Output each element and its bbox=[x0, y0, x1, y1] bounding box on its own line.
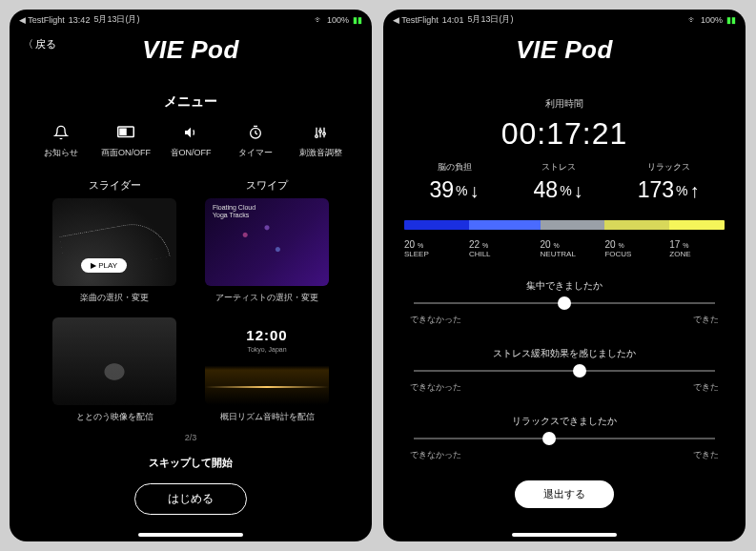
app-logo: VIE Pod bbox=[516, 35, 613, 65]
slider-high: できた bbox=[693, 449, 719, 461]
spectrum-seg-chill bbox=[469, 220, 541, 230]
status-date: 5月13日(月) bbox=[467, 13, 513, 26]
menu-label: 刺激音調整 bbox=[299, 147, 342, 159]
skip-button[interactable]: スキップして開始 bbox=[10, 456, 372, 470]
slider-thumb[interactable] bbox=[542, 432, 556, 445]
screen-menu: ◀ TestFlight 13:42 5月13日(月) ᯤ 100% ▮▮ 〈 … bbox=[10, 10, 372, 541]
battery-pct: 100% bbox=[327, 15, 349, 25]
question-3: リラックスできましたかできなかったできた bbox=[410, 415, 719, 461]
card-caption: 楽曲の選択・変更 bbox=[80, 292, 149, 304]
question-text: リラックスできましたか bbox=[410, 415, 719, 428]
card-clock[interactable]: 12:00 Tokyo, Japan bbox=[205, 317, 329, 405]
spectrum-seg-zone bbox=[669, 220, 725, 230]
sliders-icon bbox=[311, 124, 330, 141]
spectrum-bar bbox=[404, 220, 725, 230]
header: VIE Pod bbox=[383, 28, 746, 76]
screen-results: ◀ TestFlight 14:01 5月13日(月) ᯤ 100% ▮▮ VI… bbox=[383, 10, 746, 541]
pager: 2/3 bbox=[10, 433, 372, 442]
spectrum-labels: 20 %SLEEP22 %CHILL20 %NEUTRAL20 %FOCUS17… bbox=[404, 239, 725, 258]
arrow-down-icon bbox=[470, 177, 480, 203]
metric-stress: ストレス 48% bbox=[534, 161, 583, 203]
clock-time: 12:00 bbox=[205, 327, 329, 343]
home-indicator[interactable] bbox=[512, 533, 617, 537]
slider-low: できなかった bbox=[410, 314, 461, 326]
card-swipe[interactable]: Floating CloudYoga Tracks bbox=[205, 198, 329, 286]
horizon-icon bbox=[205, 386, 329, 388]
exit-button[interactable]: 退出する bbox=[515, 480, 614, 508]
feedback-slider[interactable] bbox=[414, 302, 715, 304]
svg-point-3 bbox=[316, 135, 318, 138]
feedback-slider[interactable] bbox=[414, 438, 715, 439]
testflight-indicator: ◀ TestFlight bbox=[19, 15, 65, 25]
timer-icon bbox=[246, 124, 265, 141]
battery-pct: 100% bbox=[701, 15, 723, 25]
metric-label: ストレス bbox=[534, 161, 583, 173]
status-bar: ◀ TestFlight 13:42 5月13日(月) ᯤ 100% ▮▮ bbox=[10, 10, 372, 28]
back-label: 戻る bbox=[35, 37, 56, 51]
battery-icon: ▮▮ bbox=[353, 15, 362, 25]
slider-high: できた bbox=[693, 381, 719, 394]
card-head-swipe: スワイプ bbox=[246, 178, 288, 193]
usage-label: 利用時間 bbox=[383, 97, 746, 111]
menu-item-stim-adjust[interactable]: 刺激音調整 bbox=[292, 124, 349, 159]
card-video[interactable] bbox=[52, 317, 176, 405]
question-text: ストレス緩和効果を感じましたか bbox=[410, 347, 719, 360]
spectrum-seg-sleep bbox=[404, 220, 469, 230]
metric-label: 脳の負担 bbox=[430, 161, 480, 173]
question-text: 集中できましたか bbox=[410, 279, 719, 293]
card-slider[interactable]: ▶ PLAY bbox=[52, 198, 176, 286]
card-caption: 概日リズム音時計を配信 bbox=[220, 411, 315, 423]
feedback-slider[interactable] bbox=[414, 370, 715, 372]
card-grid: スライダー ▶ PLAY 楽曲の選択・変更 スワイプ Floating Clou… bbox=[10, 159, 372, 429]
card-caption: ととのう映像を配信 bbox=[76, 411, 153, 423]
metrics-row: 脳の負担 39% ストレス 48% リラックス 173% bbox=[383, 152, 746, 209]
slider-low: できなかった bbox=[410, 381, 461, 394]
spectrum-label: 17 %ZONE bbox=[669, 239, 725, 258]
metric-relax: リラックス 173% bbox=[638, 161, 700, 203]
slider-thumb[interactable] bbox=[558, 296, 571, 310]
menu-item-screen-toggle[interactable]: 画面ON/OFF bbox=[97, 124, 154, 159]
svg-rect-1 bbox=[119, 129, 127, 136]
spectrum-label: 22 %CHILL bbox=[469, 239, 541, 258]
menu-title: メニュー bbox=[10, 93, 372, 111]
spectrum-label: 20 %FOCUS bbox=[604, 239, 669, 258]
menu-item-sound-toggle[interactable]: 音ON/OFF bbox=[162, 124, 219, 159]
battery-icon: ▮▮ bbox=[726, 15, 736, 25]
wifi-icon: ᯤ bbox=[315, 15, 323, 25]
header: 〈 戻る VIE Pod bbox=[10, 28, 372, 76]
testflight-indicator: ◀ TestFlight bbox=[393, 15, 439, 25]
slider-thumb[interactable] bbox=[573, 364, 586, 378]
menu-label: タイマー bbox=[238, 147, 273, 159]
start-button[interactable]: はじめる bbox=[134, 483, 247, 515]
question-1: 集中できましたかできなかったできた bbox=[410, 279, 719, 326]
question-2: ストレス緩和効果を感じましたかできなかったできた bbox=[410, 347, 719, 394]
spectrum-label: 20 %NEUTRAL bbox=[541, 239, 605, 258]
menu-label: 画面ON/OFF bbox=[101, 147, 151, 159]
play-button[interactable]: ▶ PLAY bbox=[81, 258, 127, 273]
card-caption: アーティストの選択・変更 bbox=[215, 292, 318, 304]
status-time: 14:01 bbox=[442, 15, 464, 25]
menu-label: お知らせ bbox=[44, 147, 78, 159]
bell-icon bbox=[51, 124, 71, 141]
card-head-slider: スライダー bbox=[89, 178, 141, 193]
app-logo: VIE Pod bbox=[142, 35, 239, 65]
arrow-up-icon bbox=[689, 177, 699, 203]
svg-point-5 bbox=[323, 133, 326, 135]
speaker-icon bbox=[181, 124, 200, 141]
status-date: 5月13日(月) bbox=[93, 13, 139, 26]
svg-point-4 bbox=[319, 130, 322, 133]
clock-location: Tokyo, Japan bbox=[205, 346, 329, 353]
usage-timer: 00:17:21 bbox=[383, 116, 746, 152]
back-button[interactable]: 〈 戻る bbox=[23, 37, 56, 51]
spectrum-seg-neutral bbox=[541, 220, 605, 230]
home-indicator[interactable] bbox=[138, 533, 243, 537]
spectrum-label: 20 %SLEEP bbox=[404, 239, 469, 258]
chevron-left-icon: 〈 bbox=[23, 37, 33, 51]
menu-item-timer[interactable]: タイマー bbox=[227, 124, 284, 159]
metric-label: リラックス bbox=[638, 161, 700, 173]
slider-high: できた bbox=[693, 314, 719, 326]
arrow-down-icon bbox=[574, 177, 583, 203]
screen-icon bbox=[116, 124, 135, 141]
status-time: 13:42 bbox=[69, 15, 91, 25]
menu-item-notifications[interactable]: お知らせ bbox=[32, 124, 90, 159]
